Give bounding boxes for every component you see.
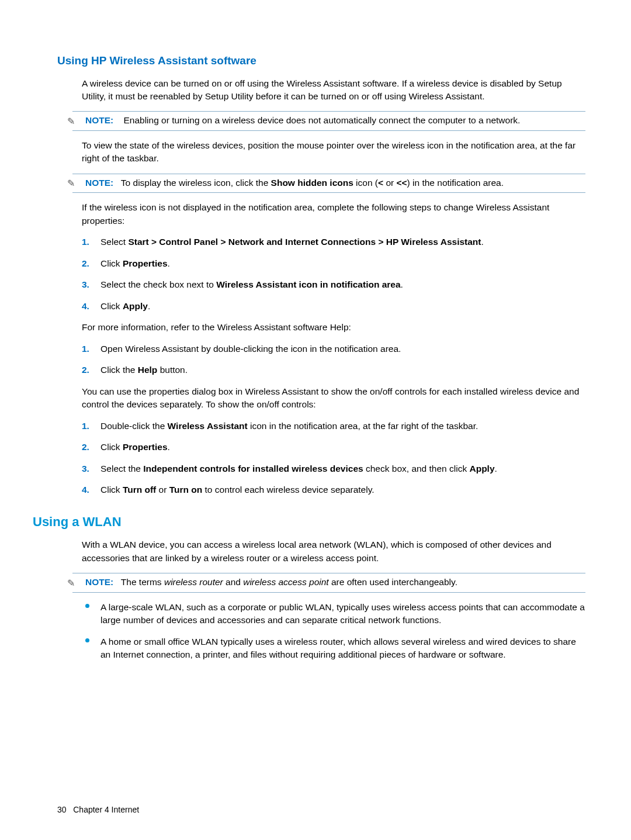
list-item: 4. Click Turn off or Turn on to control … — [82, 483, 585, 496]
note-icon: ✎ — [72, 115, 84, 128]
list-item: 1. Open Wireless Assistant by double-cli… — [82, 343, 585, 355]
list-text-bold2: Turn on — [169, 485, 203, 495]
note-text-or: or — [383, 178, 396, 188]
bullet-icon — [85, 604, 89, 608]
bullet-list: A large-scale WLAN, such as a corporate … — [82, 601, 585, 662]
list-text-post: button. — [157, 365, 188, 375]
list-text-pre: Click — [100, 301, 123, 311]
list-text-bold: Wireless Assistant icon in notification … — [216, 279, 400, 289]
list-text: A large-scale WLAN, such as a corporate … — [100, 602, 585, 625]
numbered-list: 1. Select Start > Control Panel > Networ… — [82, 236, 585, 313]
list-text-post: to control each wireless device separate… — [202, 485, 374, 495]
list-text-bold2: Apply — [469, 464, 494, 473]
list-item: 2. Click Properties. — [82, 441, 585, 454]
list-text: Open Wireless Assistant by double-clicki… — [100, 344, 401, 354]
list-text-bold: Apply — [123, 301, 148, 311]
list-text-pre: Click — [100, 485, 123, 495]
note-text-pre: To display the wireless icon, click the — [121, 178, 271, 188]
list-number: 1. — [82, 420, 89, 433]
list-item: 3. Select the check box next to Wireless… — [82, 278, 585, 291]
list-text-bold: Turn off — [123, 485, 156, 495]
numbered-list: 1. Double-click the Wireless Assistant i… — [82, 420, 585, 497]
note-text-pre: The terms — [121, 577, 164, 587]
list-item: A home or small office WLAN typically us… — [82, 635, 585, 662]
list-item: A large-scale WLAN, such as a corporate … — [82, 601, 585, 627]
list-text-post: . — [168, 442, 170, 452]
list-text-bold: Properties — [123, 258, 168, 268]
list-number: 2. — [82, 441, 89, 454]
list-text-pre: Select the — [100, 464, 143, 473]
note-text-italic: wireless access point — [243, 577, 328, 587]
paragraph: For more information, refer to the Wirel… — [82, 321, 585, 334]
list-text-post2: . — [495, 464, 497, 473]
note-text-italic: wireless router — [164, 577, 223, 587]
chapter-label: Chapter 4 Internet — [73, 805, 139, 814]
note-block: ✎NOTE: The terms wireless router and wir… — [72, 573, 585, 593]
list-text-post: . — [148, 301, 150, 311]
list-text-pre: Select the check box next to — [100, 279, 216, 289]
list-number: 4. — [82, 483, 89, 496]
list-text-post: check box, and then click — [363, 464, 470, 473]
note-text-post: are often used interchangeably. — [329, 577, 457, 587]
list-text-bold: Wireless Assistant — [168, 421, 248, 431]
page-footer: 30 Chapter 4 Internet — [57, 804, 139, 815]
list-item: 2. Click the Help button. — [82, 364, 585, 376]
note-text-post: ) in the notification area. — [407, 178, 504, 188]
list-item: 2. Click Properties. — [82, 257, 585, 270]
note-label: NOTE: — [85, 178, 113, 188]
list-text-bold: Start > Control Panel > Network and Inte… — [128, 237, 481, 247]
note-text-symbol: << — [397, 178, 407, 188]
list-item: 1. Double-click the Wireless Assistant i… — [82, 420, 585, 433]
list-item: 1. Select Start > Control Panel > Networ… — [82, 236, 585, 248]
note-text-bold: Show hidden icons — [271, 178, 353, 188]
list-text-bold: Help — [138, 365, 158, 375]
note-icon: ✎ — [72, 576, 84, 590]
list-text-pre: Click the — [100, 365, 138, 375]
list-number: 2. — [82, 364, 89, 376]
list-number: 2. — [82, 257, 89, 270]
list-item: 4. Click Apply. — [82, 300, 585, 313]
numbered-list: 1. Open Wireless Assistant by double-cli… — [82, 343, 585, 377]
note-icon: ✎ — [72, 177, 84, 190]
list-number: 1. — [82, 236, 89, 248]
list-number: 1. — [82, 343, 89, 355]
paragraph: A wireless device can be turned on or of… — [82, 77, 585, 103]
list-item: 3. Select the Independent controls for i… — [82, 462, 585, 475]
list-number: 3. — [82, 278, 89, 291]
paragraph: You can use the properties dialog box in… — [82, 385, 585, 412]
list-text-pre: Select — [100, 237, 128, 247]
note-block: ✎NOTE: Enabling or turning on a wireless… — [72, 111, 585, 131]
paragraph: If the wireless icon is not displayed in… — [82, 201, 585, 227]
list-text-pre: Click — [100, 258, 123, 268]
section-heading-using-wlan: Using a WLAN — [33, 513, 585, 531]
note-label: NOTE: — [85, 577, 113, 587]
note-text — [116, 115, 124, 125]
list-text-post: . — [168, 258, 170, 268]
list-text-bold: Independent controls for installed wirel… — [143, 464, 363, 473]
note-text: Enabling or turning on a wireless device… — [123, 115, 520, 125]
note-text-mid: icon ( — [353, 178, 378, 188]
list-text: A home or small office WLAN typically us… — [100, 637, 576, 659]
list-text-pre: Double-click the — [100, 421, 168, 431]
note-text-symbol: < — [378, 178, 383, 188]
paragraph: To view the state of the wireless device… — [82, 139, 585, 165]
list-text-pre: Click — [100, 442, 123, 452]
note-block: ✎NOTE: To display the wireless icon, cli… — [72, 174, 585, 193]
section-heading-hp-wireless-assistant: Using HP Wireless Assistant software — [57, 53, 585, 69]
list-text-bold: Properties — [123, 442, 168, 452]
note-label: NOTE: — [85, 115, 113, 125]
bullet-icon — [85, 638, 89, 642]
list-text-post: . — [481, 237, 483, 247]
list-text-post: icon in the notification area, at the fa… — [248, 421, 479, 431]
list-number: 3. — [82, 462, 89, 475]
list-text-post: . — [401, 279, 403, 289]
paragraph: With a WLAN device, you can access a wir… — [82, 538, 585, 565]
page-number: 30 — [57, 805, 67, 814]
list-number: 4. — [82, 300, 89, 313]
list-text-mid: or — [156, 485, 169, 495]
note-text-mid: and — [223, 577, 243, 587]
